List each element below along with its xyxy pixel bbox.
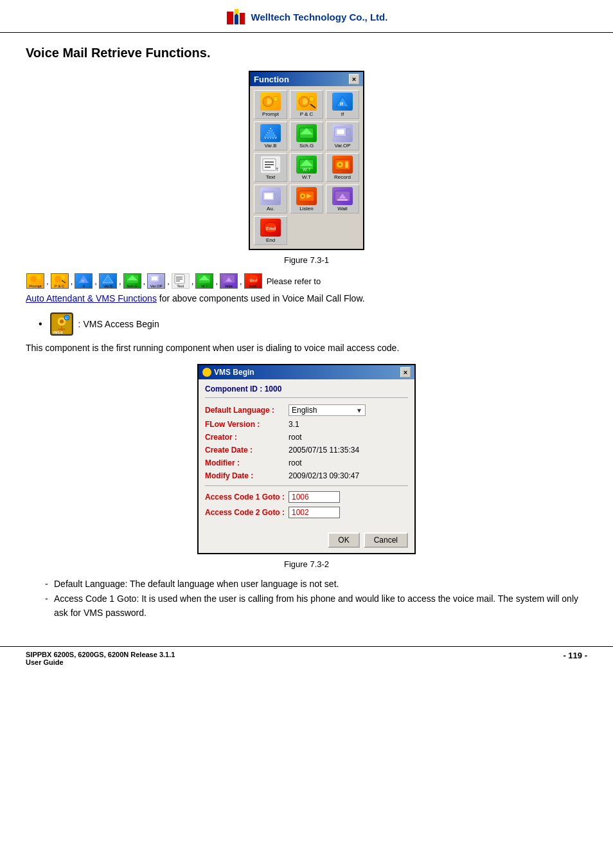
modifier-value: root — [289, 458, 408, 467]
text-label: Text — [266, 174, 276, 180]
varb-icon — [260, 124, 281, 142]
schg-icon — [296, 124, 317, 142]
func-pac[interactable]: P & C — [290, 90, 323, 119]
small-pac-icon[interactable]: P & C — [51, 273, 69, 289]
dropdown-arrow-icon: ▼ — [356, 407, 362, 414]
vms-separator — [205, 485, 408, 486]
comma4: , — [119, 276, 121, 286]
vms-field-version: FLow Version : 3.1 — [205, 420, 408, 429]
svg-text:W.T: W.T — [303, 167, 311, 172]
svg-point-28 — [339, 163, 341, 166]
svg-point-7 — [309, 96, 314, 102]
small-end-icon[interactable]: End End — [244, 273, 262, 289]
vms-access2-field: Access Code 2 Goto : 1002 — [205, 507, 408, 518]
bullets-list: Default Language: The default language w… — [45, 577, 587, 620]
varop-icon — [332, 124, 353, 142]
func-schg[interactable]: Sch.G — [290, 122, 323, 150]
vms-bullet-section: • VMS.B • : VMS Access Begin — [39, 312, 587, 336]
pac-label: P & C — [300, 111, 314, 117]
vms-dialog-close-button[interactable]: × — [400, 367, 411, 377]
small-prompt-icon[interactable]: Prompt — [26, 273, 44, 289]
small-varop-icon[interactable]: Var.OP — [147, 273, 165, 289]
svg-text:•: • — [66, 316, 67, 320]
func-listen[interactable]: Listen — [290, 185, 323, 213]
main-content: Voice Mail Retrieve Functions. Function … — [0, 39, 613, 633]
if-label: If — [341, 111, 344, 117]
svg-marker-11 — [264, 128, 277, 138]
varb-label: Var.B — [265, 143, 277, 149]
vms-functions-link[interactable]: Auto Attendant & VMS Functions — [26, 293, 157, 303]
footer-line2: User Guide — [26, 658, 175, 666]
page-footer: SIPPBX 6200S, 6200GS, 6200N Release 3.1.… — [0, 646, 613, 666]
ok-button[interactable]: OK — [328, 532, 359, 548]
vms-field-modifier: Modifier : root — [205, 458, 408, 467]
svg-line-8 — [310, 104, 315, 108]
access2-value[interactable]: 1002 — [289, 507, 340, 518]
listen-label: Listen — [299, 206, 313, 212]
company-logo: Welltech Technology Co., Ltd. — [226, 6, 388, 27]
svg-point-5 — [273, 96, 278, 102]
func-varop[interactable]: Var.OP — [326, 122, 359, 150]
func-au[interactable]: Au. — [254, 185, 287, 213]
cancel-button[interactable]: Cancel — [364, 532, 408, 548]
footer-page-number: - 119 - — [563, 651, 587, 660]
svg-rect-31 — [264, 193, 273, 199]
vms-dialog-title: VMS Begin — [214, 368, 254, 377]
dialog-close-button[interactable]: × — [349, 74, 359, 84]
vms-field-modify-date: Modify Date : 2009/02/13 09:30:47 — [205, 471, 408, 480]
func-record[interactable]: Record — [326, 153, 359, 182]
comma8: , — [215, 276, 218, 286]
vms-dialog-titlebar: VMS Begin × — [199, 365, 414, 379]
small-varb-icon[interactable]: Var.B — [99, 273, 117, 289]
access1-value[interactable]: 1006 — [289, 491, 340, 503]
small-schg-icon[interactable]: Sch.G — [123, 273, 141, 289]
figure1-wrapper: Function × Prompt P & C — [26, 71, 587, 250]
func-varb[interactable]: Var.B — [254, 122, 287, 150]
svg-rect-16 — [337, 129, 344, 134]
language-value: English — [292, 406, 317, 415]
func-if[interactable]: If If — [326, 90, 359, 119]
end-icon: End — [260, 219, 281, 237]
bullet-item-2: Access Code 1 Goto: It is used when the … — [45, 592, 587, 620]
au-label: Au. — [267, 206, 274, 212]
page-header: Welltech Technology Co., Ltd. — [0, 0, 613, 33]
modify-date-label: Modify Date : — [205, 471, 289, 480]
footer-line1: SIPPBX 6200S, 6200GS, 6200N Release 3.1.… — [26, 651, 175, 658]
bullet-item-1: Default Language: The default language w… — [45, 577, 587, 591]
small-wt-icon[interactable]: W.T — [195, 273, 213, 289]
version-label: FLow Version : — [205, 420, 289, 429]
link-row: Auto Attendant & VMS Functions for above… — [26, 293, 587, 303]
logo-icon — [226, 6, 246, 27]
func-wt[interactable]: W.T W.T — [290, 153, 323, 182]
figure2-wrapper: VMS Begin × Component ID : 1000 Default … — [26, 364, 587, 554]
vms-field-creator: Creator : root — [205, 433, 408, 442]
small-if-icon[interactable]: If If — [75, 273, 93, 289]
small-wait-icon[interactable]: Wait — [220, 273, 238, 289]
comma7: , — [191, 276, 194, 286]
prompt-icon — [260, 93, 281, 111]
svg-rect-0 — [227, 12, 233, 24]
figure1-caption: Figure 7.3-1 — [26, 255, 587, 265]
create-date-label: Create Date : — [205, 446, 289, 455]
comma3: , — [94, 276, 97, 286]
vms-title-icon — [202, 368, 211, 377]
comma1: , — [46, 276, 49, 286]
svg-rect-53 — [159, 276, 162, 281]
language-dropdown[interactable]: English ▼ — [289, 404, 366, 416]
refer-text: Please refer to — [267, 276, 321, 286]
svg-point-65 — [60, 320, 64, 323]
access1-label: Access Code 1 Goto : — [205, 493, 289, 502]
func-wait[interactable]: Wait — [326, 185, 359, 213]
svg-point-42 — [37, 275, 40, 279]
vms-field-language: Default Language : English ▼ — [205, 404, 408, 416]
vms-access-icon: VMS.B • — [50, 312, 73, 336]
body-text: This component is the first running comp… — [26, 341, 587, 355]
text-icon: T — [260, 156, 281, 174]
small-text-icon[interactable]: Text — [172, 273, 190, 289]
func-text[interactable]: T Text — [254, 153, 287, 182]
func-end[interactable]: End End — [254, 216, 287, 245]
vms-field-create-date: Create Date : 2005/07/15 11:35:34 — [205, 446, 408, 455]
function-dialog: Function × Prompt P & C — [249, 71, 364, 250]
func-prompt[interactable]: Prompt — [254, 90, 287, 119]
svg-text:End: End — [266, 226, 276, 231]
